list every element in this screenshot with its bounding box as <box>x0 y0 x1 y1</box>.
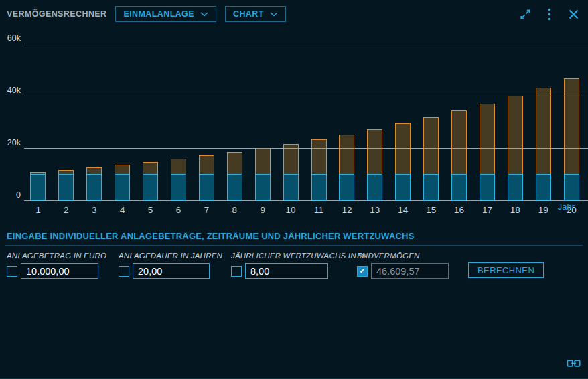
bar-segment-growth <box>311 139 327 174</box>
bar-slot <box>473 104 502 200</box>
x-tick-label: 3 <box>80 205 108 215</box>
gridline <box>24 44 588 44</box>
chart-bar-year-7[interactable] <box>199 155 214 200</box>
field-group-anlagedauer: ANLAGEDAUER IN JAHREN20,00 <box>119 252 222 279</box>
checkbox-anlagedauer-unchecked[interactable] <box>119 266 129 277</box>
close-icon[interactable] <box>567 7 580 21</box>
app-title: VERMÖGENSRECHNER <box>7 9 106 19</box>
dropdown-view-chart[interactable]: CHART <box>225 6 286 22</box>
y-tick-label: 40k <box>0 86 21 95</box>
bar-slot <box>557 78 585 200</box>
bar-segment-growth <box>395 123 411 174</box>
dropdown-anlageart[interactable]: EINMALANLAGE <box>115 6 216 22</box>
bar-segment-base <box>536 174 551 200</box>
bar-segment-base <box>339 174 354 200</box>
chart-bar-year-20[interactable] <box>564 78 579 200</box>
bar-slot <box>165 159 193 200</box>
bar-segment-growth <box>199 155 214 174</box>
gridline <box>24 96 588 96</box>
x-tick-label: 19 <box>529 205 557 215</box>
bar-slot <box>137 162 165 200</box>
checkbox-anlagebetrag-unchecked[interactable] <box>7 266 17 277</box>
bar-segment-growth <box>115 165 130 174</box>
chart-bar-year-14[interactable] <box>395 123 411 200</box>
chart-bar-year-4[interactable] <box>115 165 130 200</box>
chart-bar-year-19[interactable] <box>536 88 551 200</box>
bar-slot <box>248 148 277 200</box>
field-group-wertzuwachs: JÄHRLICHER WERTZUWACHS IN %8,00 <box>231 252 366 279</box>
y-tick-label: 60k <box>0 33 21 43</box>
field-label-endvermoegen: ENDVERMÖGEN <box>357 252 449 260</box>
bar-segment-base <box>86 174 102 200</box>
bar-segment-base <box>283 174 299 200</box>
bar-slot <box>52 170 80 200</box>
x-tick-label: 6 <box>165 205 193 215</box>
bar-slot <box>80 167 108 200</box>
bar-segment-base <box>451 174 467 200</box>
chart-bar-year-15[interactable] <box>423 117 439 200</box>
chart-bar-year-9[interactable] <box>255 148 271 200</box>
input-wertzuwachs[interactable]: 8,00 <box>245 263 328 279</box>
field-controls: 10.000,00 <box>7 263 106 279</box>
chart-bar-year-3[interactable] <box>86 167 102 200</box>
bar-segment-base <box>423 174 439 200</box>
chart-bar-year-5[interactable] <box>143 162 158 200</box>
input-endvermoegen[interactable]: 46.609,57 <box>371 263 449 279</box>
field-controls: 20,00 <box>119 263 222 279</box>
bar-segment-base <box>199 174 214 200</box>
bar-slot <box>333 135 361 200</box>
bar-segment-base <box>115 174 130 200</box>
input-anlagedauer[interactable]: 20,00 <box>133 263 210 279</box>
chart-bar-year-16[interactable] <box>451 110 467 200</box>
chart-bar-year-12[interactable] <box>339 135 354 200</box>
x-axis-title: Jahr <box>558 202 575 212</box>
bar-segment-growth <box>86 167 102 174</box>
chevron-down-icon <box>270 12 278 17</box>
kebab-menu-icon[interactable] <box>542 7 556 21</box>
chart-bar-year-10[interactable] <box>283 144 299 200</box>
field-label-anlagedauer: ANLAGEDAUER IN JAHREN <box>119 252 222 260</box>
field-label-anlagebetrag: ANLAGEBETRAG IN EURO <box>7 252 106 260</box>
x-axis-labels: 1234567891011121314151617181920 <box>24 205 585 215</box>
field-controls: ✓46.609,57 <box>357 263 449 279</box>
chart-bar-year-13[interactable] <box>367 129 382 200</box>
x-tick-label: 8 <box>220 205 248 215</box>
x-tick-label: 10 <box>277 205 305 215</box>
bar-segment-growth <box>227 152 242 174</box>
input-section: EINGABE INDIVIDUELLER ANLAGEBETRÄGE, ZEI… <box>0 231 588 318</box>
bar-segment-base <box>508 174 523 200</box>
section-title: EINGABE INDIVIDUELLER ANLAGEBETRÄGE, ZEI… <box>7 231 588 241</box>
chevron-down-icon <box>200 12 208 17</box>
chart-bar-year-8[interactable] <box>227 152 242 200</box>
bar-segment-base <box>255 174 271 200</box>
x-tick-label: 12 <box>333 205 361 215</box>
chart-bar-year-17[interactable] <box>480 104 495 200</box>
berechnen-button[interactable]: BERECHNEN <box>468 262 544 278</box>
dropdown-view-chart-label: CHART <box>233 9 264 19</box>
chart-bar-year-1[interactable] <box>30 172 46 200</box>
chart: 1234567891011121314151617181920 Jahr 60k… <box>0 33 588 228</box>
bar-segment-base <box>30 174 46 200</box>
bar-segment-base <box>171 174 186 200</box>
bar-segment-base <box>367 174 382 200</box>
expand-icon[interactable] <box>518 7 532 21</box>
bar-segment-growth <box>143 162 158 174</box>
bar-slot <box>24 172 52 200</box>
bar-segment-growth <box>564 78 579 174</box>
checkbox-endvermoegen-checked[interactable]: ✓ <box>357 266 368 277</box>
bar-slot <box>417 117 445 200</box>
checkbox-wertzuwachs-unchecked[interactable] <box>231 266 242 277</box>
x-tick-label: 4 <box>108 205 137 215</box>
x-tick-label: 14 <box>389 205 417 215</box>
link-icon[interactable] <box>567 358 581 370</box>
bar-segment-growth <box>451 110 467 174</box>
bar-segment-growth <box>536 88 551 174</box>
bar-segment-growth <box>367 129 382 174</box>
chart-bar-year-6[interactable] <box>171 159 186 200</box>
field-label-wertzuwachs: JÄHRLICHER WERTZUWACHS IN % <box>231 252 366 260</box>
bar-slot <box>361 129 389 200</box>
bar-segment-base <box>480 174 495 200</box>
bar-segment-growth <box>508 96 523 174</box>
chart-bar-year-2[interactable] <box>58 170 74 200</box>
input-anlagebetrag[interactable]: 10.000,00 <box>21 263 98 279</box>
